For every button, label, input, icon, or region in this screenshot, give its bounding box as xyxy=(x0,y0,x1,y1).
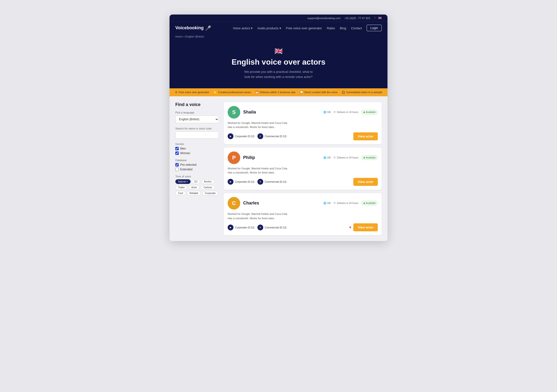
tone-anchor[interactable]: Anchor xyxy=(201,179,214,184)
actor-meta-shaila: 🌐 GB ⏱ Delivers in 24 hours Available xyxy=(323,110,378,114)
search-filter: Search for name or voice code xyxy=(175,127,219,139)
clock-icon-philip: ⏱ xyxy=(334,156,336,159)
actor-header-shaila: S Shaila 🌐 GB ⏱ Delivers in 24 hours xyxy=(228,106,378,119)
language-label: Pick a language xyxy=(175,111,219,114)
actor-status-shaila: Available xyxy=(361,110,378,114)
tone-cool[interactable]: Cool xyxy=(175,191,186,196)
tone-dj[interactable]: DJ xyxy=(192,179,200,184)
hero-subtitle: We provide you with a practical checklis… xyxy=(174,69,383,80)
tone-filter: Tone of voice Natural × DJ Anchor Traile… xyxy=(175,175,219,196)
nav-rates[interactable]: Rates xyxy=(327,26,335,30)
logo-text: Voicebooking xyxy=(175,25,204,31)
tone-reliable[interactable]: Reliable xyxy=(187,191,201,196)
tone-cartoon[interactable]: Cartoon xyxy=(201,185,215,190)
gender-label: Gender xyxy=(175,143,219,145)
gender-woman[interactable]: Woman xyxy=(175,152,219,155)
feature-sample: 🎧 Immediately listen to a sample xyxy=(342,91,382,94)
view-actor-charles[interactable]: View actor xyxy=(353,223,378,231)
main-content: Find a voice Pick a language English (Br… xyxy=(170,96,387,241)
nav-contact[interactable]: Contact xyxy=(351,26,362,30)
actor-header-philip: P Philip 🌐 GB ⏱ Delivers in 24 hours xyxy=(228,152,378,164)
database-extended-checkbox[interactable] xyxy=(175,168,179,171)
play-corporate-shaila[interactable]: ▶ xyxy=(228,133,233,139)
audio2-label-charles: Commercial (0:12) xyxy=(265,226,287,229)
language-select[interactable]: English (British) xyxy=(175,115,219,123)
actor-footer-charles: ▶ Corporate (0:12) ⏸ Commercial (0:12) ♥… xyxy=(228,223,378,231)
tone-trailer[interactable]: Trailer xyxy=(175,185,188,190)
tone-tags: Natural × DJ Anchor Trailer Actor Cartoo… xyxy=(175,179,219,196)
actor-desc-line1-shaila: Worked for Google, Marriott Hotels and C… xyxy=(228,121,378,125)
pause-commercial-shaila[interactable]: ⏸ xyxy=(257,133,263,139)
search-label: Search for name or voice code xyxy=(175,127,219,130)
audio2-shaila: ⏸ Commercial (0:12) xyxy=(257,133,287,139)
tone-natural[interactable]: Natural × xyxy=(175,179,191,184)
audio-controls-charles: ▶ Corporate (0:12) ⏸ Commercial (0:12) xyxy=(228,224,287,230)
hero-section: 🇬🇧 English voice over actors We provide … xyxy=(170,40,387,88)
favorite-charles[interactable]: ♥ xyxy=(349,225,352,230)
sidebar: Find a voice Pick a language English (Br… xyxy=(175,102,219,235)
status-dot-charles xyxy=(363,202,365,204)
star-icon: ⭐ xyxy=(213,91,217,94)
actor-actions-charles: ♥ View actor xyxy=(349,223,378,231)
support-email: support@voicebooking.com xyxy=(308,17,341,20)
gender-woman-checkbox[interactable] xyxy=(175,152,179,155)
view-actor-philip[interactable]: View actor xyxy=(353,178,378,186)
play-corporate-charles[interactable]: ▶ xyxy=(228,224,233,230)
feature-label-5: Immediately listen to a sample xyxy=(346,91,382,94)
heart-icon: ♡ xyxy=(374,16,376,20)
feature-free-generator: 🎙 Free voice over generator xyxy=(175,91,209,94)
nav-free-generator[interactable]: Free voice over generator xyxy=(286,26,322,30)
actor-header-left-shaila: S Shaila xyxy=(228,106,256,119)
actor-desc-shaila: Worked for Google, Marriott Hotels and C… xyxy=(228,121,378,129)
status-text-shaila: Available xyxy=(366,111,376,113)
actor-country-shaila: 🌐 GB xyxy=(323,111,331,113)
gender-checkboxes: Men Woman xyxy=(175,147,219,155)
database-preselected-checkbox[interactable] xyxy=(175,163,179,167)
breadcrumb-home[interactable]: Home xyxy=(175,35,182,38)
actor-avatar-charles: C xyxy=(228,197,240,209)
delivery-shaila: Delivers in 24 hours xyxy=(337,111,358,113)
nav-blog[interactable]: Blog xyxy=(340,26,346,30)
audio2-label-shaila: Commercial (0:12) xyxy=(265,135,287,138)
actor-header-left-philip: P Philip xyxy=(228,152,255,164)
audio1-philip: ▶ Corporate (0:12) xyxy=(228,179,254,185)
gender-woman-label: Woman xyxy=(180,152,190,155)
sidebar-title: Find a voice xyxy=(175,102,219,107)
gender-men-checkbox[interactable] xyxy=(175,147,179,150)
actors-list: S Shaila 🌐 GB ⏱ Delivers in 24 hours xyxy=(224,102,382,235)
hero-flag: 🇬🇧 xyxy=(174,47,383,55)
feature-delivery: ⏰ Delivery within 1 business day xyxy=(255,91,295,94)
country-shaila: GB xyxy=(327,111,331,113)
breadcrumb-separator: » xyxy=(183,35,185,38)
tone-actor[interactable]: Actor xyxy=(189,185,200,190)
pause-commercial-charles[interactable]: ⏸ xyxy=(257,224,263,230)
search-input[interactable] xyxy=(175,131,219,139)
view-actor-shaila[interactable]: View actor xyxy=(353,132,378,140)
actor-name-shaila: Shaila xyxy=(243,110,256,115)
database-extended[interactable]: Extended xyxy=(175,168,219,171)
language-filter: Pick a language English (British) xyxy=(175,111,219,123)
feature-label-3: Delivery within 1 business day xyxy=(260,91,295,94)
nav-audio-products[interactable]: Audio products ▾ xyxy=(257,26,281,30)
database-preselected[interactable]: Pre-selected xyxy=(175,163,219,167)
gender-men[interactable]: Men xyxy=(175,147,219,150)
support-phone: +31 (0)20 - 77 47 323 xyxy=(344,17,370,20)
audio1-charles: ▶ Corporate (0:12) xyxy=(228,224,254,230)
pause-commercial-philip[interactable]: ⏸ xyxy=(257,179,263,185)
nav-voice-actors[interactable]: Voice actors ▾ xyxy=(233,26,253,30)
actor-desc-line2-shaila: Has a voicebooth. Works for fixed rates. xyxy=(228,125,378,129)
actor-desc-line1-philip: Worked for Google, Marriott Hotels and C… xyxy=(228,167,378,171)
feature-label-1: Free voice over generator xyxy=(179,91,209,94)
top-bar: support@voicebooking.com +31 (0)20 - 77 … xyxy=(170,15,387,22)
database-checkboxes: Pre-selected Extended xyxy=(175,163,219,171)
audio1-label-philip: Corporate (0:12) xyxy=(235,180,254,183)
play-corporate-philip[interactable]: ▶ xyxy=(228,179,233,185)
database-label: Database xyxy=(175,159,219,162)
login-button[interactable]: Login xyxy=(367,25,382,31)
actor-desc-charles: Worked for Google, Marriott Hotels and C… xyxy=(228,212,378,220)
status-text-philip: Available xyxy=(366,156,376,159)
tone-corporate[interactable]: Corporate xyxy=(202,191,218,196)
clock-icon: ⏰ xyxy=(255,91,259,94)
logo[interactable]: Voicebooking 🎤 xyxy=(175,25,211,31)
actor-delivery-philip: ⏱ Delivers in 24 hours xyxy=(334,156,358,159)
